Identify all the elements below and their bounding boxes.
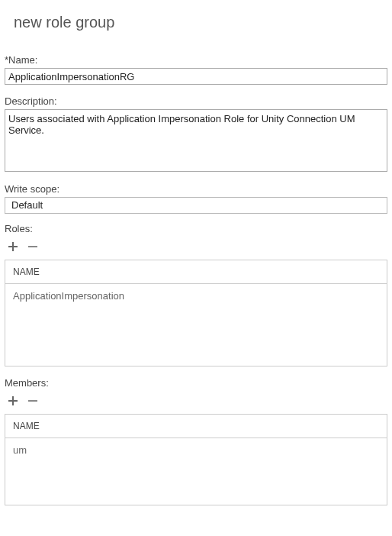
form-container: *Name: Description: Users associated wit… [0, 54, 392, 505]
name-label: *Name: [5, 54, 387, 66]
remove-member-button[interactable] [26, 394, 40, 408]
members-label: Members: [5, 377, 387, 389]
member-cell: um [5, 438, 387, 505]
roles-label: Roles: [5, 223, 387, 234]
roles-toolbar [5, 237, 387, 260]
members-table: NAME um [5, 414, 387, 505]
minus-icon [27, 395, 39, 407]
minus-icon [27, 241, 39, 253]
table-row[interactable]: ApplicationImpersonation [5, 284, 387, 366]
write-scope-label: Write scope: [5, 183, 387, 195]
role-cell: ApplicationImpersonation [5, 284, 387, 366]
add-role-button[interactable] [6, 240, 20, 253]
write-scope-select[interactable]: Default [5, 197, 387, 214]
description-textarea[interactable]: Users associated with Application Impers… [5, 109, 387, 172]
page-title: new role group [0, 0, 392, 31]
add-member-button[interactable] [6, 394, 20, 408]
roles-column-header: NAME [5, 260, 387, 284]
roles-table: NAME ApplicationImpersonation [5, 260, 387, 366]
members-column-header: NAME [5, 415, 387, 438]
members-toolbar [5, 391, 387, 414]
description-label: Description: [5, 95, 387, 107]
plus-icon [7, 395, 19, 407]
remove-role-button[interactable] [26, 240, 40, 253]
name-input[interactable] [5, 68, 387, 85]
table-row[interactable]: um [5, 438, 387, 505]
plus-icon [7, 241, 19, 253]
